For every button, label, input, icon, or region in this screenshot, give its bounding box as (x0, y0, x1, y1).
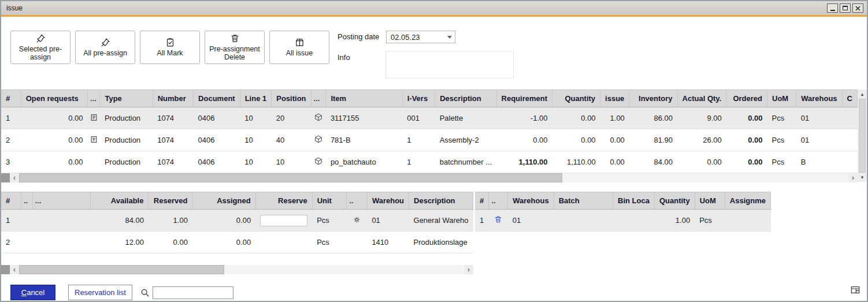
window-controls (827, 3, 863, 13)
description: Palette (435, 107, 496, 129)
table-row[interactable]: 3 0.00 Production 1074 0406 10 10 po_bat… (1, 151, 858, 173)
i-vers: 1 (402, 151, 435, 173)
bottom-region: # .. ... Available Reserved Assigned Res… (1, 192, 867, 274)
scroll-down-button[interactable]: ▼ (858, 173, 867, 182)
column-header: .. (21, 192, 32, 210)
column-header: Warehou (367, 192, 409, 210)
availability-table: # .. ... Available Reserved Assigned Res… (1, 192, 473, 253)
requirement: 1,110.00 (496, 151, 552, 173)
i-vers: 1 (402, 129, 435, 151)
main-hscrollbar[interactable]: ‹ › (1, 173, 858, 182)
all-mark-button[interactable]: All Mark (140, 31, 200, 64)
type: Production (100, 151, 153, 173)
button-label: All Mark (154, 49, 185, 57)
all-pre-assign-button[interactable]: All pre-assign (75, 31, 135, 64)
scroll-thumb[interactable] (19, 173, 562, 182)
position-link[interactable]: 40 (272, 129, 311, 151)
column-header: # (1, 192, 21, 210)
column-header: C (842, 90, 857, 107)
requirement: -1.00 (496, 107, 552, 129)
table-row[interactable]: 1 01 1.00 Pcs (475, 210, 771, 232)
all-issue-button[interactable]: All issue (269, 31, 329, 64)
column-header: Ordered (726, 90, 767, 107)
item-link[interactable]: 781-B (326, 129, 402, 151)
maximize-button[interactable] (840, 3, 851, 13)
info-label: Info (337, 51, 386, 62)
line-link[interactable]: 10 (240, 129, 272, 151)
line-link[interactable]: 10 (240, 107, 272, 129)
availability-hscrollbar[interactable]: ‹ › (1, 265, 473, 274)
i-vers: 001 (402, 107, 435, 129)
item-link[interactable]: 3117155 (326, 107, 402, 129)
button-label: All pre-assign (81, 49, 129, 57)
footer: Cancel Reservation list (10, 285, 858, 300)
item-link[interactable]: po_batchauto (326, 151, 402, 173)
scroll-thumb[interactable] (859, 99, 866, 173)
table-row[interactable]: 1 84.00 1.00 0.00 Pcs 01 General Wareho (1, 210, 473, 232)
column-header: Document (194, 90, 240, 107)
minimize-button[interactable] (827, 3, 838, 13)
gear-icon[interactable] (353, 216, 361, 223)
quantity: 1.00 (654, 210, 695, 232)
column-header: Type (100, 90, 153, 107)
document-link[interactable]: 0406 (194, 107, 240, 129)
scroll-anchor-box[interactable] (1, 173, 10, 182)
form-settings-icon[interactable] (851, 286, 860, 294)
line-link[interactable]: 10 (240, 151, 272, 173)
close-button[interactable] (852, 3, 863, 13)
reservation-list-button[interactable]: Reservation list (68, 285, 132, 300)
scroll-thumb[interactable] (19, 265, 224, 274)
availability-panel: # .. ... Available Reserved Assigned Res… (1, 192, 473, 274)
chevron-down-icon (447, 36, 452, 39)
item-cube-icon (314, 157, 322, 165)
quantity: 0.00 (552, 129, 600, 151)
scroll-anchor-box[interactable] (1, 265, 10, 274)
table-row[interactable]: 2 0.00 Production 1074 0406 10 40 781-B … (1, 129, 858, 151)
warehouse: B (796, 151, 842, 173)
scroll-left-button[interactable]: ‹ (10, 265, 19, 274)
column-header: ... (32, 192, 91, 210)
clipboard-check-icon (165, 38, 175, 47)
column-header: Requirement (496, 90, 552, 107)
type: Production (100, 107, 153, 129)
scroll-track[interactable] (224, 265, 464, 274)
search-input[interactable] (153, 286, 233, 299)
column-header: Warehous (796, 90, 842, 107)
table-row[interactable]: 1 0.00 Production 1074 0406 10 20 311715… (1, 107, 858, 129)
warehouse: 01 (796, 107, 842, 129)
column-header: Assigned (192, 192, 255, 210)
column-header: Item (326, 90, 402, 107)
description: General Wareho (409, 210, 473, 232)
column-header: Actual Qty. (677, 90, 726, 107)
column-header: Available (91, 192, 149, 210)
description: Produktionslage (409, 232, 473, 253)
scroll-right-button[interactable]: › (848, 173, 858, 182)
info-textarea[interactable] (386, 51, 513, 78)
column-header: Reserved (149, 192, 192, 210)
ordered: 0.00 (726, 151, 767, 173)
posting-date-select[interactable]: 02.05.23 (386, 31, 455, 43)
scroll-right-button[interactable]: › (464, 265, 473, 274)
table-row[interactable]: 2 12.00 0.00 0.00 Pcs 1410 Produktionsla… (1, 232, 473, 253)
reserve-input[interactable] (260, 215, 307, 226)
position-link[interactable]: 10 (272, 151, 311, 173)
document-link[interactable]: 0406 (194, 129, 240, 151)
column-header: Batch (554, 192, 613, 210)
description: Assembly-2 (435, 129, 496, 151)
cancel-button[interactable]: Cancel (10, 285, 55, 300)
pre-assignment-delete-button[interactable]: Pre-assignment Delete (205, 31, 265, 64)
document-link[interactable]: 0406 (194, 151, 240, 173)
position-link[interactable]: 20 (272, 107, 311, 129)
assignment (725, 210, 770, 232)
scroll-left-button[interactable]: ‹ (10, 173, 19, 182)
selected-pre-assign-button[interactable]: Selected pre-assign (10, 31, 71, 64)
column-header: Warehous (508, 192, 554, 210)
scroll-up-button[interactable]: ▲ (858, 90, 867, 99)
actual-qty: 0.00 (677, 151, 726, 173)
delete-row-icon[interactable] (494, 215, 502, 223)
scroll-track[interactable] (562, 173, 848, 182)
main-vscrollbar[interactable]: ▲ ▼ (858, 90, 867, 182)
column-header: Description (435, 90, 496, 107)
assigned: 0.00 (192, 232, 255, 253)
search-icon[interactable] (140, 288, 150, 297)
